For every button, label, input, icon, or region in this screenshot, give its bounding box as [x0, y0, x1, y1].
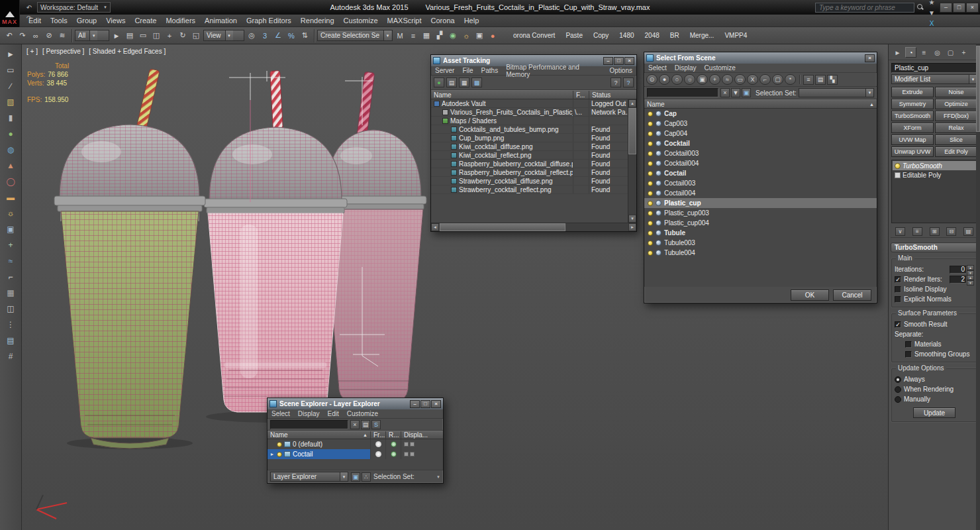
column-header-name[interactable]: Name — [431, 91, 573, 99]
modify-tab[interactable]: ◔ — [905, 47, 916, 58]
layers-tool-icon[interactable]: ▤ — [3, 334, 18, 347]
details-view-icon[interactable]: ▩ — [471, 78, 482, 87]
named-selection-set-dropdown[interactable]: Create Selection Se ▼ — [317, 30, 393, 41]
bone-icon[interactable]: ⌐ — [3, 270, 18, 284]
asset-row[interactable]: Strawberry_cocktail_reflect.png Found — [431, 186, 628, 194]
dialog-menu-item[interactable]: Display — [294, 410, 324, 417]
panel-scrollbar[interactable] — [976, 44, 980, 530]
dialog-title-bar[interactable]: Select From Scene × — [644, 52, 877, 64]
horizontal-scrollbar[interactable]: ◄ ► — [431, 223, 636, 231]
shapes-filter-icon[interactable]: ○ — [671, 74, 683, 85]
modifier-list-dropdown[interactable]: Modifier List ▼ — [891, 74, 977, 84]
dialog-menu-item[interactable]: Select — [644, 64, 671, 72]
array-icon[interactable]: ⋮ — [3, 318, 18, 331]
macro-script-button[interactable]: Copy — [588, 32, 614, 39]
scene-object-row[interactable]: Tubule — [644, 228, 877, 238]
vertical-scrollbar[interactable]: ▲ ▼ — [628, 99, 636, 223]
infocenter-search-input[interactable] — [815, 3, 914, 13]
bones-filter-icon[interactable]: ⌐ — [760, 74, 771, 85]
modifier-button[interactable]: Optimize — [935, 99, 977, 109]
render-production-icon[interactable]: ● — [486, 29, 499, 42]
rectangular-region-icon[interactable]: ▭ — [136, 29, 150, 42]
modifier-button[interactable]: Relax — [935, 123, 977, 133]
dialog-title-bar[interactable]: Scene Explorer - Layer Explorer –□× — [268, 398, 443, 409]
scene-object-row[interactable]: Cap — [644, 109, 877, 119]
object-name-field[interactable]: Plastic_cup — [891, 63, 977, 73]
cancel-button[interactable]: Cancel — [833, 290, 871, 301]
visibility-bulb-icon[interactable] — [648, 201, 653, 206]
columns-view-icon[interactable]: ▤ — [815, 75, 826, 85]
scene-object-row[interactable]: Plastic_cup003 — [644, 208, 877, 218]
when-rendering-radio[interactable] — [895, 386, 901, 393]
clear-search-icon[interactable]: × — [720, 88, 730, 97]
select-and-scale-icon[interactable]: ◱ — [189, 29, 203, 42]
asset-row[interactable]: Various_Fresh_Fruits_Coctails_in_Plastic… — [431, 108, 628, 117]
modifier-stack-row[interactable]: Editable Poly — [893, 170, 976, 180]
scene-object-row[interactable]: Cocktail — [644, 138, 877, 148]
asset-row[interactable]: Autodesk Vault Logged Out — [431, 99, 628, 108]
pick-parent-icon[interactable]: ∴ — [362, 472, 371, 482]
menu-item[interactable]: Animation — [200, 15, 242, 26]
plane-primitive-icon[interactable]: ▬ — [3, 191, 18, 204]
layer-search-input[interactable] — [270, 420, 348, 429]
cameras-filter-icon[interactable]: ▣ — [697, 74, 708, 85]
undo-icon[interactable]: ↶ — [24, 2, 34, 13]
scene-object-row[interactable]: Coctail — [644, 168, 877, 178]
render-iters-field[interactable]: 2 — [950, 276, 967, 284]
display-cube-icon[interactable] — [410, 452, 415, 456]
sync-selection-icon[interactable]: ▣ — [742, 88, 751, 97]
rendered-frame-icon[interactable]: ▣ — [473, 29, 486, 42]
new-explorer-icon[interactable]: ▣ — [351, 472, 360, 482]
smoothing-groups-checkbox[interactable] — [905, 351, 912, 358]
window-crossing-icon[interactable]: ◫ — [150, 29, 163, 42]
minimize-button[interactable]: – — [940, 3, 952, 13]
render-iters-spinner[interactable]: ▲ ▼ — [967, 275, 974, 284]
render-state-icon[interactable] — [391, 441, 397, 447]
iterations-field[interactable]: 0 — [950, 266, 967, 274]
grid-icon[interactable]: ▦ — [3, 286, 18, 299]
asset-row[interactable]: Raspberry_blueberry_cocktail_diffuse.png… — [431, 160, 628, 168]
redo-icon[interactable]: ↷ — [16, 29, 29, 42]
space-warp-icon[interactable]: ≈ — [3, 254, 18, 268]
modifier-button[interactable]: Noise — [935, 87, 977, 97]
viewport-menu-shading[interactable]: [ Shaded + Edged Faces ] — [89, 48, 166, 55]
dialog-menu-item[interactable]: Display — [671, 64, 701, 72]
visibility-bulb-icon[interactable] — [648, 191, 653, 196]
selection-filter-dropdown[interactable]: All ▼ — [75, 30, 109, 41]
select-and-link-icon[interactable]: ∞ — [29, 29, 42, 42]
bind-to-space-warp-icon[interactable]: ≋ — [56, 29, 69, 42]
close-button[interactable]: × — [431, 400, 441, 408]
layer-row[interactable]: 0 (default) — [268, 439, 443, 449]
curve-editor-icon[interactable]: ▞ — [433, 29, 446, 42]
spinner-snap-icon[interactable]: ⇅ — [298, 29, 311, 42]
menu-item[interactable]: Rendering — [296, 15, 339, 26]
manually-radio[interactable] — [895, 396, 901, 403]
render-setup-icon[interactable]: ☼ — [460, 29, 473, 42]
containers-filter-icon[interactable]: ▢ — [772, 74, 783, 85]
select-and-rotate-icon[interactable]: ↻ — [176, 29, 189, 42]
menu-item[interactable]: Views — [101, 15, 130, 26]
create-tab[interactable]: ► — [892, 47, 903, 58]
torus-primitive-icon[interactable]: ◯ — [3, 175, 18, 188]
material-editor-icon[interactable]: ◉ — [446, 29, 460, 42]
light-icon[interactable]: ☼ — [3, 207, 18, 220]
asset-row[interactable]: Maps / Shaders — [431, 117, 628, 125]
info-icon[interactable]: ? — [623, 78, 634, 87]
asset-row[interactable]: Cocktails_and_tubules_bump.png Found — [431, 125, 628, 134]
help-icon[interactable]: ? — [611, 78, 621, 87]
menu-item[interactable]: MAXScript — [383, 15, 426, 26]
visibility-bulb-icon[interactable] — [648, 121, 653, 127]
box-primitive-icon[interactable]: ▧ — [3, 95, 18, 109]
maximize-button[interactable]: □ — [614, 57, 624, 65]
close-button[interactable]: × — [624, 57, 634, 65]
scene-object-row[interactable]: Cocktail004 — [644, 158, 877, 168]
asset-row[interactable]: Cup_bump.png Found — [431, 134, 628, 142]
expand-arrow-icon[interactable]: ► — [270, 452, 275, 456]
dialog-menu-item[interactable]: File — [458, 67, 477, 74]
sync-icon[interactable]: S — [371, 420, 381, 429]
redo-icon[interactable]: ↷ — [24, 13, 34, 23]
asset-row[interactable]: Kiwi_cocktail_reflect.png Found — [431, 151, 628, 160]
scroll-up-icon[interactable]: ▲ — [628, 99, 636, 107]
schematic-view-icon[interactable]: # — [3, 350, 18, 363]
scene-object-row[interactable]: Cap004 — [644, 129, 877, 138]
